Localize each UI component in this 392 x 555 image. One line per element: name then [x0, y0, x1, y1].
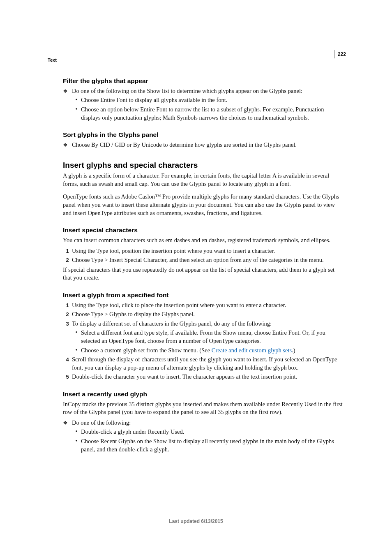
diamond-marker: ❖	[63, 141, 72, 149]
list-item: ❖ Do one of the following:	[63, 419, 344, 427]
heading-insert-special: Insert special characters	[63, 226, 344, 235]
step-number: 1	[63, 301, 72, 310]
diamond-marker: ❖	[63, 419, 72, 427]
list-item: • Double-click a glyph under Recently Us…	[72, 428, 344, 436]
body-text: Choose By CID / GID or By Unicode to det…	[72, 141, 344, 149]
body-text: Select a different font and type style, …	[81, 329, 344, 345]
body-text: Do one of the following:	[72, 419, 344, 427]
list-item: 3 To display a different set of characte…	[63, 320, 344, 328]
step-number: 5	[63, 373, 72, 381]
bullet-marker: •	[72, 437, 81, 453]
body-text: Choose Type > Glyphs to display the Glyp…	[72, 310, 344, 319]
body-text-span: Choose a custom glyph set from the Show …	[81, 347, 212, 354]
bullet-marker: •	[72, 329, 81, 345]
list-item: 2 Choose Type > Glyphs to display the Gl…	[63, 310, 344, 319]
body-text: InCopy tracks the previous 35 distinct g…	[63, 400, 344, 416]
step-number: 1	[63, 247, 72, 255]
step-number: 4	[63, 356, 72, 372]
link-create-glyph-sets[interactable]: Create and edit custom glyph sets	[212, 347, 292, 354]
body-text: A glyph is a specific form of a characte…	[63, 172, 344, 188]
body-text: Double-click the character you want to i…	[72, 373, 344, 381]
list-item: 2 Choose Type > Insert Special Character…	[63, 256, 344, 264]
list-item: 5 Double-click the character you want to…	[63, 373, 344, 381]
footer-last-updated: Last updated 6/13/2015	[0, 518, 392, 524]
heading-filter-glyphs: Filter the glyphs that appear	[63, 77, 344, 86]
body-text: Double-click a glyph under Recently Used…	[81, 428, 344, 436]
body-text: Choose a custom glyph set from the Show …	[81, 347, 344, 355]
list-item: • Choose Entire Font to display all glyp…	[72, 96, 344, 104]
list-item: 4 Scroll through the display of characte…	[63, 356, 344, 372]
bullet-marker: •	[72, 106, 81, 122]
list-item: • Choose Recent Glyphs on the Show list …	[72, 437, 344, 453]
body-text: To display a different set of characters…	[72, 320, 344, 328]
list-item: • Choose a custom glyph set from the Sho…	[72, 347, 344, 355]
list-item: ❖ Choose By CID / GID or By Unicode to d…	[63, 141, 344, 149]
list-item: ❖ Do one of the following on the Show li…	[63, 87, 344, 95]
page-number: 222	[334, 50, 346, 58]
body-text: Choose Type > Insert Special Character, …	[72, 256, 344, 264]
body-text: Choose an option below Entire Font to na…	[81, 106, 344, 122]
list-item: 1 Using the Type tool, click to place th…	[63, 301, 344, 310]
diamond-marker: ❖	[63, 87, 72, 95]
heading-insert-glyphs: Insert glyphs and special characters	[63, 160, 344, 171]
heading-recently-used: Insert a recently used glyph	[63, 390, 344, 399]
step-number: 3	[63, 320, 72, 328]
heading-insert-from-font: Insert a glyph from a specified font	[63, 291, 344, 300]
step-number: 2	[63, 310, 72, 319]
page-content: Filter the glyphs that appear ❖ Do one o…	[63, 77, 344, 453]
body-text: Using the Type tool, position the insert…	[72, 247, 344, 255]
body-text: Choose Recent Glyphs on the Show list to…	[81, 437, 344, 453]
bullet-marker: •	[72, 428, 81, 436]
body-text: If special characters that you use repea…	[63, 266, 344, 282]
bullet-marker: •	[72, 347, 81, 355]
body-text: Scroll through the display of characters…	[72, 356, 344, 372]
body-text: You can insert common characters such as…	[63, 236, 344, 245]
heading-sort-glyphs: Sort glyphs in the Glyphs panel	[63, 131, 344, 139]
body-text: OpenType fonts such as Adobe Caslon™ Pro…	[63, 193, 344, 217]
body-text: Choose Entire Font to display all glyphs…	[81, 96, 344, 104]
list-item: • Select a different font and type style…	[72, 329, 344, 345]
body-text: Using the Type tool, click to place the …	[72, 301, 344, 310]
body-text-span: .)	[292, 347, 295, 354]
document-page: 222 Text Filter the glyphs that appear ❖…	[0, 0, 392, 555]
bullet-marker: •	[72, 96, 81, 104]
body-text: Do one of the following on the Show list…	[72, 87, 344, 95]
list-item: • Choose an option below Entire Font to …	[72, 106, 344, 122]
list-item: 1 Using the Type tool, position the inse…	[63, 247, 344, 255]
breadcrumb: Text	[48, 58, 57, 62]
step-number: 2	[63, 256, 72, 264]
